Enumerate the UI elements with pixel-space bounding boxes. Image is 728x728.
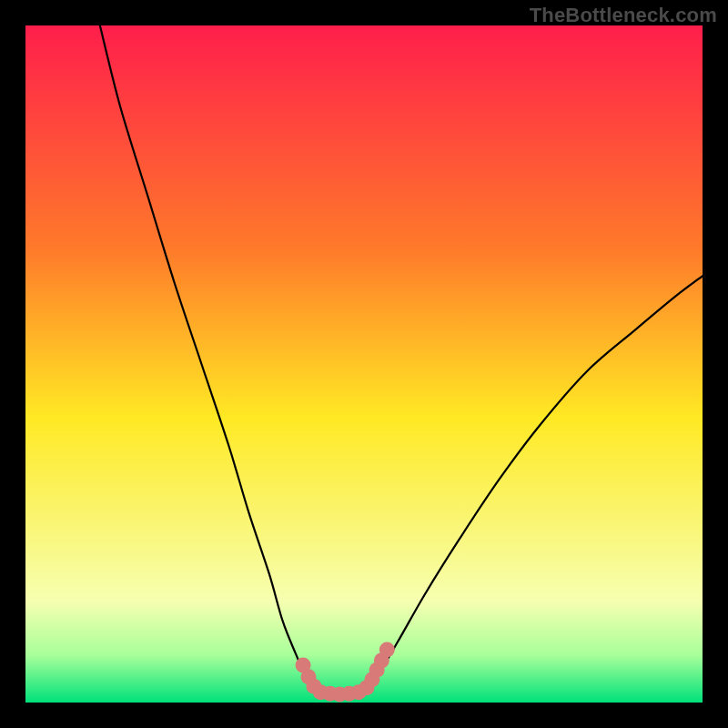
chart-svg — [25, 25, 703, 703]
chart-frame: TheBottleneck.com — [0, 0, 728, 728]
marker-right-cluster-top — [379, 642, 395, 657]
watermark-text: TheBottleneck.com — [530, 4, 717, 27]
plot-area — [25, 25, 703, 703]
